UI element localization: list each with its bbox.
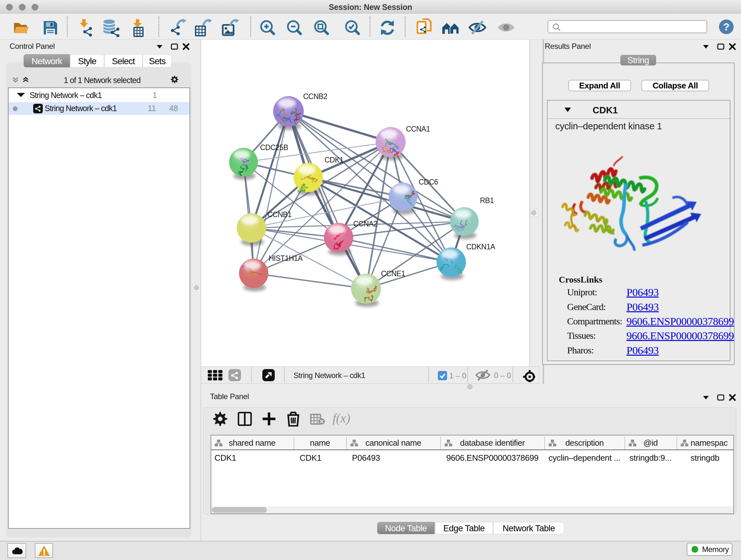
svg-text:CDKN1A: CDKN1A [466, 243, 495, 251]
svg-text:RB1: RB1 [480, 196, 494, 205]
svg-text:HIST1H1A: HIST1H1A [269, 254, 303, 262]
svg-text:CCNB2: CCNB2 [303, 92, 327, 101]
svg-text:CCNB1: CCNB1 [267, 210, 291, 219]
svg-text:CDC25B: CDC25B [260, 143, 288, 152]
svg-text:CCNA1: CCNA1 [406, 125, 430, 133]
svg-text:CCNA2: CCNA2 [353, 220, 377, 228]
svg-text:CDK1: CDK1 [325, 156, 343, 164]
svg-text:CCNE1: CCNE1 [381, 269, 405, 278]
svg-text:CDC6: CDC6 [419, 178, 438, 186]
